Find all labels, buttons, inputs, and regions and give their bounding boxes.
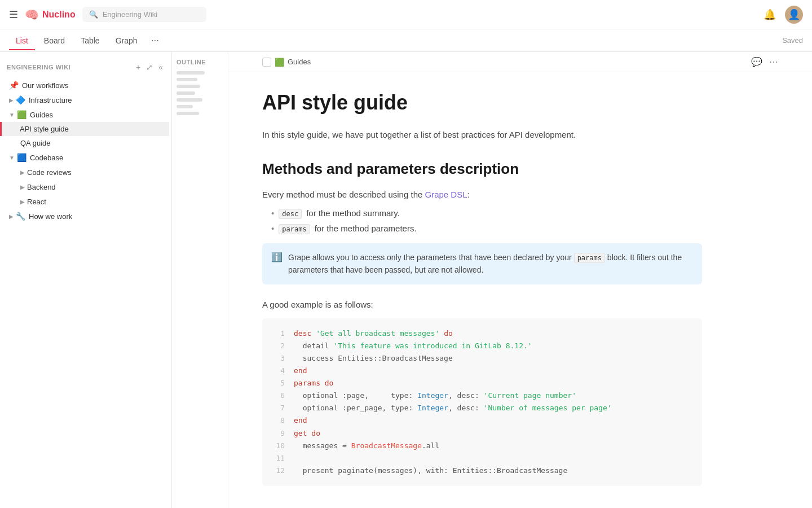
code-line-2: 2 detail 'This feature was introduced in…: [273, 340, 691, 352]
section1-lead: Every method must be described using the…: [262, 188, 702, 202]
top-nav: ☰ 🧠 Nuclino 🔍 Engineering Wiki 🔔 👤: [0, 0, 812, 29]
info-text1: Grape allows you to access only the para…: [288, 253, 574, 262]
tab-list[interactable]: List: [9, 32, 35, 50]
outline-line: [176, 98, 202, 102]
sidebar-item-codebase[interactable]: ▼ 🟦 Codebase: [2, 150, 169, 165]
example-label: A good example is as follows:: [262, 298, 702, 312]
chevron-right-icon: ▶: [9, 213, 14, 220]
chevron-right-icon: ▶: [20, 199, 25, 205]
sidebar-item-label: React: [27, 198, 153, 206]
code-block: 1 desc 'Get all broadcast messages' do 2…: [262, 318, 702, 486]
bullet-item-desc: desc for the method summary.: [262, 208, 702, 219]
section1-title: Methods and parameters description: [262, 160, 702, 179]
code-line-3: 3 success Entities::BroadcastMessage: [273, 352, 691, 365]
info-text2: block.: [605, 253, 628, 262]
outline-title: OUTLINE: [176, 59, 223, 65]
chevron-down-icon: ▼: [9, 112, 15, 118]
code-line-1: 1 desc 'Get all broadcast messages' do: [273, 327, 691, 340]
code-line-4: 4 end: [273, 365, 691, 377]
bullet2-text: for the method parameters.: [315, 224, 417, 233]
tab-bar: List Board Table Graph ⋯ Saved: [0, 29, 812, 52]
info-box: ℹ️ Grape allows you to access only the p…: [262, 243, 702, 284]
doc-content: API style guide In this style guide, we …: [228, 72, 736, 504]
doc-title: API style guide: [262, 90, 702, 115]
sidebar-item-how-we-work[interactable]: ▶ 🔧 How we work: [2, 209, 169, 224]
how-we-work-icon: 🔧: [16, 212, 25, 221]
content-area: OUTLINE 🟩 Guides 💬: [172, 52, 812, 508]
breadcrumb-icon: 🟩: [275, 58, 284, 67]
sidebar-item-label: API style guide: [20, 125, 162, 133]
app-logo[interactable]: 🧠 Nuclino: [25, 8, 76, 21]
grape-dsl-link[interactable]: Grape DSL: [425, 190, 467, 199]
section1-lead-text: Every method must be described using the: [262, 190, 425, 199]
code-line-11: 11: [273, 452, 691, 465]
outline-line: [176, 91, 195, 95]
outline-panel: OUTLINE: [172, 52, 228, 508]
sidebar-item-infrastructure[interactable]: ▶ 🔷 Infrastructure: [2, 93, 169, 107]
bullet-item-params: params for the method parameters.: [262, 224, 702, 234]
more-options-icon[interactable]: ⋯: [769, 56, 778, 67]
sidebar-header: ENGINEERING WIKI + ⤢ «: [0, 59, 171, 78]
search-icon: 🔍: [89, 10, 98, 19]
sidebar-item-guides[interactable]: ▼ 🟩 Guides: [2, 107, 169, 122]
method-bullet-list: desc for the method summary. params for …: [262, 208, 702, 234]
breadcrumb: 🟩 Guides: [262, 58, 311, 67]
nav-right: 🔔 👤: [764, 6, 803, 24]
hamburger-menu[interactable]: ☰: [9, 8, 18, 21]
sidebar: ENGINEERING WIKI + ⤢ « 📌 Our workflows ▶…: [0, 52, 172, 508]
sidebar-item-label: Our workflows: [22, 81, 153, 90]
params-code: params: [279, 224, 310, 234]
info-code: params: [574, 253, 605, 263]
sidebar-item-api-style-guide[interactable]: API style guide: [0, 122, 169, 136]
tab-board[interactable]: Board: [37, 32, 72, 50]
outline-line: [176, 71, 205, 75]
sidebar-actions: + ⤢ «: [134, 61, 165, 73]
add-item-icon[interactable]: +: [134, 61, 142, 73]
outline-line: [176, 112, 199, 115]
sidebar-item-code-reviews[interactable]: ▶ Code reviews: [2, 165, 169, 179]
sidebar-item-react[interactable]: ▶ React: [2, 194, 169, 209]
sidebar-item-label: Backend: [27, 183, 153, 191]
collapse-sidebar-icon[interactable]: «: [157, 61, 165, 73]
sidebar-item-label: Code reviews: [27, 168, 153, 177]
doc-intro: In this style guide, we have put togethe…: [262, 128, 702, 142]
code-line-9: 9 get do: [273, 427, 691, 440]
desc-code: desc: [279, 209, 302, 219]
chevron-down-icon: ▼: [9, 155, 15, 161]
outline-line: [176, 78, 197, 81]
expand-icon[interactable]: ⤢: [144, 61, 155, 73]
sidebar-item-label: How we work: [29, 212, 153, 221]
chevron-right-icon: ▶: [9, 97, 14, 103]
more-tabs-icon[interactable]: ⋯: [147, 34, 164, 47]
code-line-10: 10 messages = BroadcastMessage.all: [273, 440, 691, 452]
search-bar[interactable]: 🔍 Engineering Wiki: [82, 7, 206, 22]
section1-link-suffix: :: [467, 190, 470, 199]
infrastructure-icon: 🔷: [16, 95, 25, 104]
codebase-icon: 🟦: [17, 153, 27, 162]
bullet1-text: for the method summary.: [306, 208, 400, 218]
guides-icon: 🟩: [17, 110, 27, 119]
code-line-6: 6 optional :page, type: Integer, desc: '…: [273, 389, 691, 402]
breadcrumb-checkbox[interactable]: [262, 58, 271, 67]
breadcrumb-text: Guides: [288, 58, 311, 66]
code-line-12: 12 present paginate(messages), with: Ent…: [273, 465, 691, 477]
doc-area: 🟩 Guides 💬 ⋯ API style guide In this sty…: [228, 52, 812, 508]
outline-lines: [176, 71, 223, 115]
sidebar-item-label: Guides: [30, 111, 153, 119]
doc-toolbar-right: 💬 ⋯: [751, 56, 778, 67]
app-name: Nuclino: [42, 10, 76, 20]
sidebar-item-qa-guide[interactable]: QA guide: [2, 136, 169, 150]
sidebar-item-our-workflows[interactable]: 📌 Our workflows: [2, 78, 169, 93]
sidebar-item-label: Infrastructure: [29, 96, 153, 104]
sidebar-item-backend[interactable]: ▶ Backend: [2, 179, 169, 194]
comment-icon[interactable]: 💬: [751, 56, 762, 67]
main-layout: ENGINEERING WIKI + ⤢ « 📌 Our workflows ▶…: [0, 52, 812, 508]
outline-line: [176, 85, 200, 88]
notification-bell-icon[interactable]: 🔔: [764, 8, 776, 21]
doc-toolbar: 🟩 Guides 💬 ⋯: [228, 52, 812, 72]
code-line-8: 8 end: [273, 414, 691, 427]
sidebar-item-label: QA guide: [20, 139, 162, 147]
tab-table[interactable]: Table: [74, 32, 106, 50]
tab-graph[interactable]: Graph: [109, 32, 144, 50]
user-avatar[interactable]: 👤: [785, 6, 803, 24]
